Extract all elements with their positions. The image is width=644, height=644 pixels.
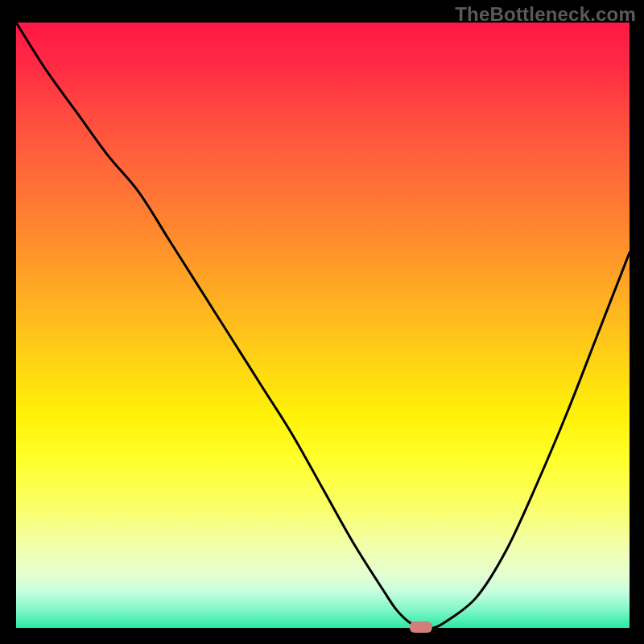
optimal-point-marker <box>410 621 432 633</box>
bottleneck-curve <box>16 23 630 629</box>
chart-svg <box>16 23 630 628</box>
plot-area <box>16 23 630 628</box>
chart-frame: TheBottleneck.com <box>0 0 644 644</box>
watermark-label: TheBottleneck.com <box>455 3 636 26</box>
